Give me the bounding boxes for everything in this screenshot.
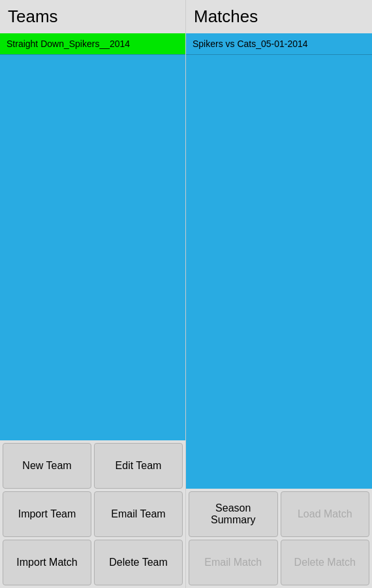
left-panel: Teams Straight Down_Spikers__2014 New Te… [0, 0, 186, 588]
list-divider-matches [186, 54, 372, 55]
season-summary-button[interactable]: Season Summary [189, 491, 278, 537]
teams-list[interactable]: Straight Down_Spikers__2014 [0, 33, 185, 440]
email-team-button[interactable]: Email Team [94, 491, 183, 537]
right-button-grid: Season Summary Load Match Email Match De… [186, 489, 372, 588]
list-divider [0, 54, 185, 55]
new-team-button[interactable]: New Team [3, 443, 91, 489]
team-item-selected[interactable]: Straight Down_Spikers__2014 [0, 33, 185, 54]
matches-header: Matches [186, 0, 372, 33]
teams-header: Teams [0, 0, 185, 33]
email-match-button: Email Match [189, 540, 278, 585]
main-container: Teams Straight Down_Spikers__2014 New Te… [0, 0, 372, 588]
delete-team-button[interactable]: Delete Team [94, 540, 183, 585]
left-button-grid: New Team Edit Team Import Team Email Tea… [0, 440, 185, 588]
delete-match-button: Delete Match [281, 540, 370, 585]
right-panel: Matches Spikers vs Cats_05-01-2014 Seaso… [186, 0, 372, 588]
import-team-button[interactable]: Import Team [3, 491, 91, 537]
match-item[interactable]: Spikers vs Cats_05-01-2014 [186, 33, 372, 54]
matches-list[interactable]: Spikers vs Cats_05-01-2014 [186, 33, 372, 489]
import-match-button[interactable]: Import Match [3, 540, 91, 585]
load-match-button: Load Match [281, 491, 370, 537]
edit-team-button[interactable]: Edit Team [94, 443, 183, 489]
